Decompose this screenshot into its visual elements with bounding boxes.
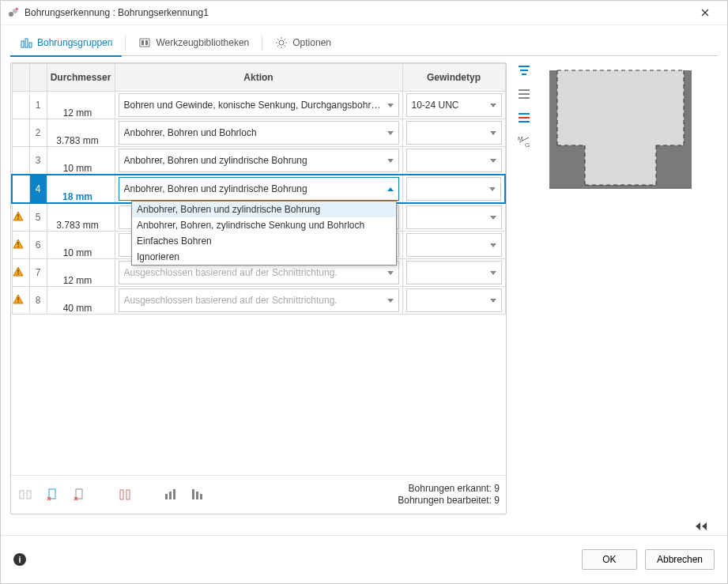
table-row[interactable]: 418 mmAnbohrer, Bohren und zylindrische … — [12, 175, 505, 203]
row-index: 7 — [29, 259, 47, 287]
table-row[interactable]: 112 mmBohren und Gewinde, konische Senku… — [12, 92, 505, 119]
action-select[interactable]: Anbohrer, Bohren und zylindrische Bohrun… — [119, 177, 399, 201]
diameter-value: 10 mm — [63, 163, 92, 174]
svg-rect-38 — [519, 66, 530, 67]
header-thread[interactable]: Gewindetyp — [402, 64, 505, 92]
thread-cell — [402, 287, 505, 315]
thread-select[interactable] — [406, 233, 502, 257]
hole-preview — [541, 62, 700, 197]
tab-optionen[interactable]: Optionen — [266, 30, 341, 55]
header-index[interactable] — [29, 64, 47, 92]
thread-select[interactable] — [406, 205, 502, 229]
window-title: Bohrungserkennung : Bohrungserkennung1 — [25, 7, 689, 18]
warning-cell — [12, 203, 29, 232]
diameter-cell: 12 mm — [47, 259, 115, 287]
caret-down-icon — [490, 131, 496, 135]
warning-cell — [12, 175, 29, 203]
ok-button[interactable]: OK — [582, 549, 637, 570]
titlebar: Bohrungserkennung : Bohrungserkennung1 — [1, 1, 727, 25]
delete-hole-icon[interactable] — [44, 487, 60, 503]
diameter-value: 18 mm — [62, 191, 92, 202]
svg-rect-31 — [126, 490, 130, 499]
action-select[interactable]: Anbohrer, Bohren und Bohrloch — [119, 121, 399, 145]
caret-down-icon — [387, 299, 394, 303]
filter-icon[interactable] — [516, 62, 532, 78]
svg-rect-26 — [20, 491, 24, 499]
thread-select[interactable] — [406, 261, 502, 284]
thread-select[interactable] — [406, 177, 502, 201]
tab-bohrungsgruppen[interactable]: Bohrungsgruppen — [10, 30, 122, 57]
svg-rect-19 — [17, 218, 18, 220]
warning-cell — [12, 147, 29, 175]
action-select-text: Ausgeschlossen basierend auf der Schnitt… — [124, 267, 383, 278]
gear-icon — [275, 36, 288, 49]
reorder-icon[interactable] — [117, 487, 133, 503]
row-index: 1 — [29, 92, 47, 119]
svg-rect-36 — [196, 492, 198, 499]
row-index: 2 — [29, 119, 47, 147]
sort-desc-icon[interactable] — [190, 487, 206, 503]
separator — [262, 36, 262, 50]
action-select-text: Anbohrer, Bohren und Bohrloch — [124, 127, 383, 138]
diameter-cell: 10 mm — [47, 232, 115, 259]
caret-down-icon — [490, 271, 496, 275]
caret-down-icon — [490, 104, 496, 107]
diameter-value: 10 mm — [63, 247, 92, 258]
header-diameter[interactable]: Durchmesser — [47, 64, 115, 92]
action-cell: Anbohrer, Bohren und zylindrische Bohrun… — [115, 147, 402, 175]
caret-down-icon — [490, 216, 496, 220]
svg-rect-24 — [17, 297, 18, 300]
dropdown-option[interactable]: Anbohrer, Bohren und zylindrische Bohrun… — [132, 202, 396, 217]
thread-select[interactable] — [406, 288, 502, 312]
svg-rect-32 — [165, 494, 168, 499]
action-dropdown-list[interactable]: Anbohrer, Bohren und zylindrische Bohrun… — [131, 201, 397, 266]
table-row[interactable]: 840 mmAusgeschlossen basierend auf der S… — [12, 287, 505, 315]
action-select-text: Ausgeschlossen basierend auf der Schnitt… — [124, 295, 383, 306]
thread-select[interactable] — [406, 121, 502, 145]
action-select[interactable]: Bohren und Gewinde, konische Senkung, Du… — [119, 93, 399, 117]
table-row[interactable]: 310 mmAnbohrer, Bohren und zylindrische … — [12, 147, 505, 175]
caret-down-icon — [387, 131, 394, 135]
action-select[interactable]: Anbohrer, Bohren und zylindrische Bohrun… — [119, 149, 399, 172]
dropdown-option[interactable]: Einfaches Bohren — [132, 233, 396, 249]
thread-cell — [402, 203, 505, 232]
warning-icon — [13, 266, 24, 277]
window-close-button[interactable] — [689, 2, 721, 24]
library-icon — [138, 36, 151, 49]
action-cell: Bohren und Gewinde, konische Senkung, Du… — [115, 92, 402, 119]
app-icon — [7, 6, 20, 19]
highlight-icon[interactable] — [516, 110, 532, 126]
svg-rect-20 — [17, 242, 18, 245]
dialog-window: Bohrungserkennung : Bohrungserkennung1 B… — [0, 0, 728, 584]
svg-rect-44 — [519, 113, 530, 115]
svg-rect-6 — [140, 39, 149, 47]
dropdown-option[interactable]: Anbohrer, Bohren, zylindrische Senkung u… — [132, 217, 396, 233]
list-icon[interactable] — [516, 86, 532, 102]
dropdown-option[interactable]: Ignorieren — [132, 249, 396, 265]
side-toolbar: MG — [516, 62, 535, 149]
header-warning[interactable] — [12, 64, 29, 92]
thread-cell — [402, 175, 505, 203]
thread-select[interactable] — [406, 149, 502, 172]
info-icon[interactable]: i — [13, 553, 26, 566]
svg-rect-39 — [520, 70, 528, 71]
holes-table: Durchmesser Aktion Gewindetyp 112 mmBohr… — [11, 63, 506, 315]
sort-asc-icon[interactable] — [163, 487, 179, 503]
content-area: Durchmesser Aktion Gewindetyp 112 mmBohr… — [10, 56, 718, 514]
diameter-cell: 3.783 mm — [47, 203, 115, 232]
svg-rect-45 — [519, 117, 530, 119]
svg-rect-8 — [145, 40, 148, 45]
rewind-icon[interactable] — [688, 518, 715, 535]
table-row[interactable]: 23.783 mmAnbohrer, Bohren und Bohrloch — [12, 119, 505, 147]
cancel-button[interactable]: Abbrechen — [645, 549, 715, 570]
units-icon[interactable]: MG — [516, 134, 532, 149]
header-action[interactable]: Aktion — [115, 64, 402, 92]
svg-rect-30 — [120, 490, 123, 499]
thread-select[interactable]: 10-24 UNC — [406, 93, 502, 117]
action-select[interactable]: Ausgeschlossen basierend auf der Schnitt… — [119, 288, 399, 312]
svg-rect-35 — [192, 489, 194, 499]
table-panel: Durchmesser Aktion Gewindetyp 112 mmBohr… — [10, 62, 507, 514]
tab-werkzeugbibliotheken[interactable]: Werkzeugbibliotheken — [129, 30, 258, 55]
group-icon — [17, 487, 33, 503]
delete-group-icon[interactable] — [71, 487, 87, 503]
